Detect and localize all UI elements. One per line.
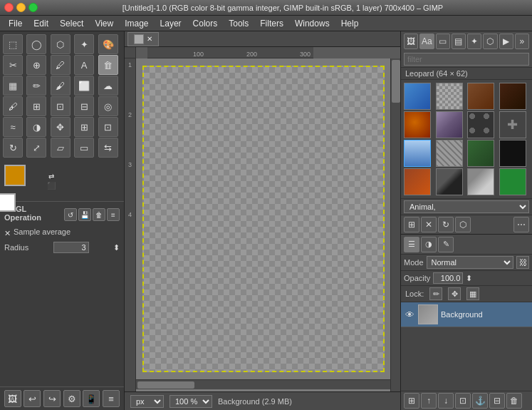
lock-alpha-icon[interactable]: ▦ <box>466 287 479 300</box>
brush-action-refresh[interactable]: ↻ <box>438 217 454 232</box>
tool-scale[interactable]: ⤢ <box>26 138 46 158</box>
layers-tab[interactable]: ☰ <box>404 237 419 252</box>
minimize-button[interactable] <box>16 3 26 12</box>
brush-thumb-14[interactable] <box>467 168 494 195</box>
menu-file[interactable]: File <box>3 17 28 30</box>
brush-icon-more[interactable]: » <box>515 34 529 49</box>
tool-ink[interactable]: 🖋 <box>3 96 23 116</box>
tool-options-menu[interactable]: ≡ <box>107 208 120 221</box>
brush-thumb-11[interactable] <box>499 140 526 167</box>
menu-help[interactable]: Help <box>335 17 365 30</box>
tool-options-delete[interactable]: 🗑 <box>93 208 105 221</box>
tool-airbrush[interactable]: ☁ <box>98 76 118 96</box>
tool-clone[interactable]: ⊞ <box>26 96 46 116</box>
brush-icon-tool6[interactable]: ⬡ <box>483 34 497 49</box>
redo-icon[interactable]: ↪ <box>43 390 61 407</box>
reset-colors-icon[interactable]: ⬛ <box>47 182 56 190</box>
brush-thumb-13[interactable] <box>436 168 463 195</box>
brush-icon-tool5[interactable]: ✦ <box>467 34 481 49</box>
tool-paths[interactable]: 🖊 <box>51 55 71 75</box>
brush-icon-tool4[interactable]: ▤ <box>452 34 466 49</box>
tool-shear[interactable]: ▱ <box>51 138 71 158</box>
delete-layer-icon[interactable]: 🗑 <box>506 393 522 409</box>
tool-heal[interactable]: ⊡ <box>51 96 71 116</box>
tool-foreground-select[interactable]: ⊕ <box>26 55 46 75</box>
tool-rect-select[interactable]: ⬚ <box>3 34 23 54</box>
new-image-icon[interactable]: 🖼 <box>4 390 21 407</box>
layer-visibility-icon[interactable]: 👁 <box>404 309 415 320</box>
brush-thumb-7[interactable]: ✚ <box>499 111 526 138</box>
brush-thumb-15[interactable] <box>499 168 526 195</box>
brush-thumb-9[interactable] <box>436 140 463 167</box>
device-status-icon[interactable]: 📱 <box>83 390 100 407</box>
tool-align[interactable]: ⊞ <box>74 117 94 137</box>
menu-select[interactable]: Select <box>54 17 89 30</box>
radius-stepper[interactable]: ⬍ <box>113 243 120 252</box>
tool-eraser[interactable]: ⬜ <box>74 76 94 96</box>
unit-dropdown[interactable]: px mm in <box>130 395 164 408</box>
close-button[interactable] <box>4 3 14 12</box>
brush-action-delete[interactable]: ✕ <box>421 217 437 232</box>
menu-filters[interactable]: Filters <box>254 17 289 30</box>
brush-thumb-8[interactable] <box>404 140 431 167</box>
brush-thumb-4[interactable] <box>404 111 431 138</box>
tool-options-save[interactable]: 💾 <box>78 208 91 221</box>
background-color[interactable] <box>0 193 16 212</box>
brush-action-layout[interactable]: ⊞ <box>404 217 419 232</box>
canvas-viewport[interactable] <box>136 58 390 391</box>
layers-mode-select[interactable]: Normal Multiply Screen <box>427 256 513 269</box>
brush-thumb-5[interactable] <box>436 111 463 138</box>
menu-tools[interactable]: Tools <box>223 17 254 30</box>
lock-position-icon[interactable]: ✥ <box>448 287 461 300</box>
brush-icon-tool7[interactable]: ▶ <box>499 34 513 49</box>
undo-history-icon[interactable]: ↩ <box>24 390 41 407</box>
duplicate-layer-icon[interactable]: ⊡ <box>455 393 471 409</box>
brushes-action-more[interactable]: ⋯ <box>513 217 529 232</box>
brushes-filter-input[interactable] <box>404 53 529 66</box>
brush-thumb-10[interactable] <box>467 140 494 167</box>
tool-paintbrush[interactable]: 🖌 <box>51 76 71 96</box>
layer-item-background[interactable]: 👁 Background <box>401 302 532 327</box>
canvas-tab[interactable]: ✕ <box>127 32 159 46</box>
tool-perspective[interactable]: ▭ <box>74 138 94 158</box>
swap-colors-icon[interactable]: ⇄ <box>48 173 54 180</box>
lower-layer-icon[interactable]: ↓ <box>438 393 454 409</box>
script-console-icon[interactable]: ⚙ <box>63 390 80 407</box>
brush-thumb-2[interactable] <box>467 83 494 110</box>
tool-scissors[interactable]: ✂ <box>3 55 23 75</box>
layers-opacity-stepper[interactable]: ⬍ <box>466 274 472 283</box>
tool-text[interactable]: A <box>74 55 94 75</box>
scrollbar-h-thumb[interactable] <box>137 381 194 389</box>
menu-image[interactable]: Image <box>119 17 154 30</box>
tool-by-color[interactable]: 🎨 <box>98 34 118 54</box>
brush-icon-tool1[interactable]: 🖼 <box>404 34 418 49</box>
brush-thumb-12[interactable] <box>404 168 431 195</box>
menu-windows[interactable]: Windows <box>289 17 335 30</box>
channels-tab[interactable]: ◑ <box>421 237 437 252</box>
brush-thumb-0[interactable] <box>404 83 431 110</box>
tool-ellipse-select[interactable]: ◯ <box>26 34 46 54</box>
tool-rotate[interactable]: ↻ <box>3 138 23 158</box>
tool-options-reset[interactable]: ↺ <box>64 208 77 221</box>
anchor-layer-icon[interactable]: ⚓ <box>472 393 488 409</box>
radius-input[interactable] <box>53 242 89 253</box>
scrollbar-v-thumb[interactable] <box>392 60 400 103</box>
tool-move[interactable]: ✥ <box>51 117 71 137</box>
tool-pencil[interactable]: ✏ <box>26 76 46 96</box>
layers-chain-icon[interactable]: ⛓ <box>516 256 529 269</box>
canvas-checkerboard[interactable] <box>142 66 385 372</box>
brush-thumb-6[interactable] <box>467 111 494 138</box>
merge-visible-icon[interactable]: ⊟ <box>489 393 505 409</box>
pointer-icon[interactable]: ≡ <box>103 390 120 407</box>
foreground-color[interactable] <box>4 165 26 186</box>
brush-icon-tool2[interactable]: Aa <box>419 34 434 49</box>
raise-layer-icon[interactable]: ↑ <box>421 393 437 409</box>
zoom-dropdown[interactable]: 100 % 50 % 200 % <box>169 395 212 408</box>
paths-tab[interactable]: ✎ <box>438 237 454 252</box>
tool-smudge[interactable]: ≈ <box>3 117 23 137</box>
tool-bucket-fill[interactable]: 🗑 <box>98 55 118 75</box>
brush-thumb-3[interactable] <box>499 83 526 110</box>
tool-flip[interactable]: ⇆ <box>98 138 118 158</box>
maximize-button[interactable] <box>28 3 38 12</box>
brushes-category-select[interactable]: Animal, Basic Texture <box>404 200 529 213</box>
